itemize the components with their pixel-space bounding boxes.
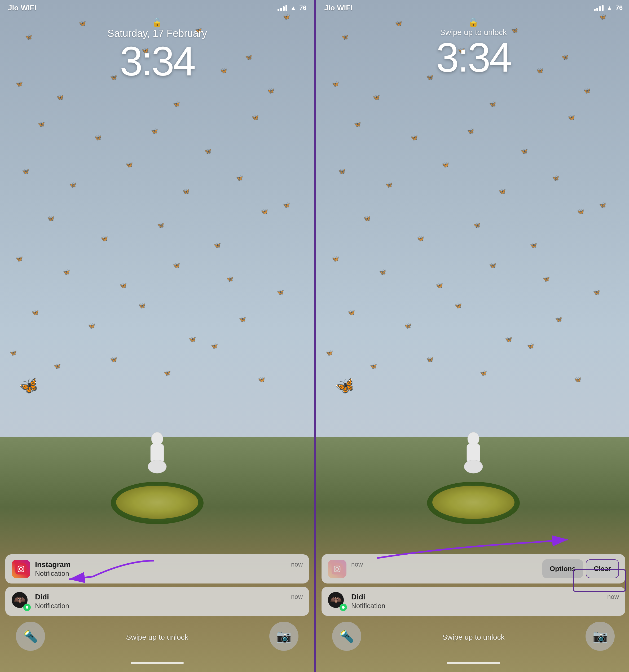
didi-message-left: Notification: [35, 602, 286, 610]
arrow-right-annotation: [337, 515, 603, 569]
didi-app-name-right: Didi: [351, 593, 603, 601]
signal-icon-right: [594, 5, 604, 11]
svg-point-0: [152, 432, 163, 446]
svg-point-2: [148, 460, 166, 473]
statue-left: [133, 426, 181, 484]
didi-content-left: Didi Notification: [35, 593, 286, 610]
wifi-icon-left: ▲: [290, 4, 297, 12]
clear-button-highlight: [573, 569, 626, 592]
svg-rect-3: [15, 563, 26, 575]
datetime-right: Swipe up to unlock 3:34: [316, 28, 629, 78]
swipe-up-label-right: Swipe up to unlock: [316, 28, 629, 37]
time-label-left: 3:34: [0, 41, 314, 81]
didi-icon-right: 🦇: [328, 592, 346, 610]
whatsapp-badge-left: [23, 604, 31, 611]
didi-icon-left: 🦇: [11, 592, 30, 610]
battery-percent-left: 76: [299, 4, 306, 11]
lock-icon-left: 🔒: [152, 17, 162, 27]
didi-time-right: now: [607, 593, 619, 600]
lock-icon-right: 🔒: [468, 17, 479, 27]
swipe-unlock-bottom-right: Swipe up to unlock: [316, 633, 629, 642]
instagram-time: now: [291, 561, 303, 568]
svg-point-9: [468, 432, 479, 446]
whatsapp-badge-right: [340, 604, 347, 611]
battery-percent-right: 76: [615, 4, 623, 11]
didi-notification-left[interactable]: 🦇 Didi Notification now: [5, 587, 309, 616]
bush-left: [111, 482, 204, 524]
home-indicator-left: [131, 662, 184, 664]
status-icons-left: ▲ 76: [278, 4, 306, 12]
svg-point-6: [23, 566, 24, 567]
status-bar-left: Jio WiFi ▲ 76: [0, 0, 314, 16]
svg-point-11: [464, 460, 483, 473]
date-label-left: Saturday, 17 February: [0, 28, 314, 39]
time-label-right: 3:34: [316, 37, 629, 78]
carrier-right: Jio WiFi: [324, 4, 352, 12]
didi-message-right: Notification: [351, 602, 603, 610]
didi-content-right: Didi Notification: [351, 593, 603, 610]
didi-time-left: now: [291, 593, 303, 600]
wifi-icon-right: ▲: [606, 4, 613, 12]
status-icons-right: ▲ 76: [594, 4, 623, 12]
status-bar-right: Jio WiFi ▲ 76: [316, 0, 629, 16]
statue-right: [449, 426, 497, 484]
home-indicator-right: [447, 662, 500, 664]
didi-app-name-left: Didi: [35, 593, 286, 601]
swipe-unlock-bottom-left: Swipe up to unlock: [0, 633, 314, 642]
arrow-left-annotation: [53, 555, 164, 590]
left-screen: 🦋 🦋 🦋 🦋 🦋 🦋 🦋 🦋 🦋 🦋 🦋 🦋 🦋 🦋 🦋 🦋 🦋 🦋 🦋 🦋 …: [0, 0, 314, 672]
instagram-icon: [11, 560, 30, 578]
datetime-left: Saturday, 17 February 3:34: [0, 28, 314, 81]
signal-icon-left: [278, 5, 287, 11]
right-screen: 🦋 🦋 🦋 🦋 🦋 🦋 🦋 🦋 🦋 🦋 🦋 🦋 🦋 🦋 🦋 🦋 🦋 🦋 🦋 🦋 …: [316, 0, 629, 672]
carrier-left: Jio WiFi: [8, 4, 36, 12]
screen-divider: [314, 0, 316, 672]
